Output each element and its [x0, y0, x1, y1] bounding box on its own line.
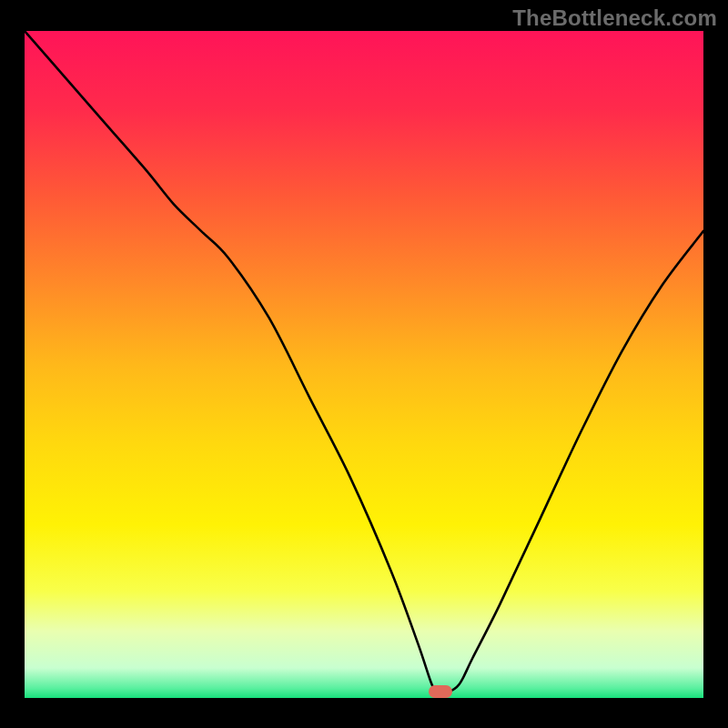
plot-area — [25, 31, 703, 698]
optimum-marker — [429, 685, 452, 698]
watermark-text: TheBottleneck.com — [512, 5, 717, 31]
bottleneck-curve — [25, 31, 703, 698]
chart-frame: TheBottleneck.com — [0, 0, 728, 728]
